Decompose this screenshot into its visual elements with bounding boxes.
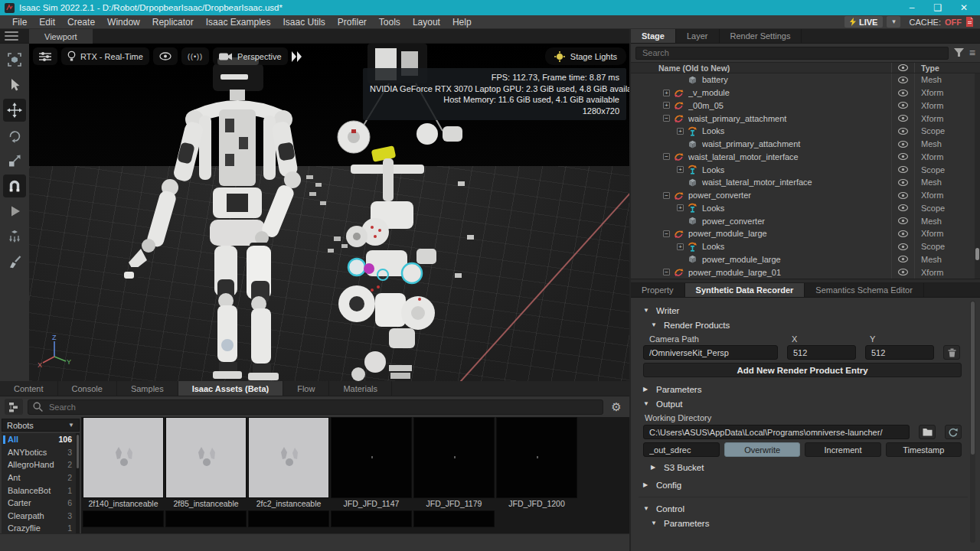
refresh-button[interactable] [945,425,962,439]
asset-thumbnail-image[interactable] [331,417,412,498]
stage-tree-row[interactable]: Looks Scope [631,163,980,176]
assets-tab[interactable]: Samples [117,381,178,396]
stage-tree-row[interactable]: waist_primary_attachment Mesh [631,138,980,151]
stage-tree-row[interactable]: power_converter Xform [631,189,980,202]
stage-tab[interactable]: Render Settings [720,29,802,43]
select-mode-button[interactable] [3,48,26,71]
expand-toolbar-chevrons-icon[interactable] [292,51,302,63]
section-writer[interactable]: ▼Writer [643,303,962,318]
y-input[interactable] [865,345,934,360]
expand-toggle-icon[interactable] [663,115,670,122]
increment-button[interactable]: Increment [805,442,880,457]
asset-thumbnail-partial[interactable] [331,510,412,527]
visibility-eye-icon[interactable] [891,151,914,164]
asset-thumbnail-partial[interactable] [83,510,164,527]
tab-viewport[interactable]: Viewport [29,29,93,44]
output-prefix-input[interactable] [643,442,720,457]
expand-toggle-icon[interactable] [677,204,684,211]
collapse-triangle-icon[interactable]: ▶ [643,386,651,393]
camera-selector-button[interactable]: Perspective [213,47,287,65]
asset-thumbnail-partial[interactable] [248,510,329,527]
renderer-selector-button[interactable]: RTX - Real-Time [61,47,149,65]
collapse-triangle-icon[interactable]: ▼ [643,400,651,407]
visibility-eye-icon[interactable] [891,253,914,266]
tree-view-toggle-button[interactable] [5,399,23,415]
delete-render-product-button[interactable] [943,345,960,360]
stage-tree-row[interactable]: Looks Scope [631,125,980,138]
stage-tree-header[interactable]: Name (Old to New) Type [631,62,980,73]
visibility-eye-icon[interactable] [891,112,914,125]
section-config[interactable]: ▶Config [643,478,962,492]
expand-toggle-icon[interactable] [663,192,670,199]
asset-thumbnail[interactable]: JFD_JFD_1147 [331,417,412,509]
stage-tree-row[interactable]: power_module_large_01 Xform [631,266,980,279]
menu-item[interactable]: Layout [407,15,446,29]
maximize-button[interactable]: ❑ [926,1,949,15]
expand-toggle-icon[interactable] [663,153,670,160]
asset-thumbnail-image[interactable] [248,417,329,498]
filter-funnel-icon[interactable] [954,48,964,57]
property-tab[interactable]: Synthetic Data Recorder [685,283,805,297]
section-control[interactable]: ▼Control [643,501,962,516]
asset-category-item[interactable]: Clearpath 3 [2,510,75,523]
snap-tool-button[interactable] [3,174,26,197]
menu-item[interactable]: Edit [33,15,61,29]
asset-thumbnail[interactable]: 2fc2_instanceable [248,417,329,509]
section-render-products[interactable]: ▼Render Products [643,318,962,332]
collapse-triangle-icon[interactable]: ▼ [651,520,658,527]
stage-tree-row[interactable]: power_module_large Mesh [631,253,980,266]
render-settings-button[interactable] [33,47,57,65]
browse-folder-button[interactable] [919,425,936,439]
stage-options-icon[interactable]: ≡ [969,47,975,58]
expand-toggle-icon[interactable] [677,166,684,173]
menu-item[interactable]: Create [61,15,101,29]
visibility-eye-icon[interactable] [891,138,914,151]
asset-category-item[interactable]: Ant 2 [2,471,75,484]
menu-item[interactable]: Window [101,15,146,29]
add-render-product-button[interactable]: Add New Render Product Entry [643,363,962,377]
menu-item[interactable]: Isaac Utils [276,15,331,29]
live-sync-button[interactable]: LIVE [844,16,883,28]
asset-category-item[interactable]: BalanceBot 1 [2,484,75,497]
assets-search-box[interactable] [28,399,603,415]
visibility-eye-icon[interactable] [891,214,914,227]
stage-tree-row[interactable]: waist_primary_attachment Xform [631,112,980,125]
menu-item[interactable]: Tools [373,15,407,29]
stage-tree-row[interactable]: Looks Scope [631,202,980,215]
asset-thumbnail-image[interactable] [496,417,577,498]
x-input[interactable] [787,345,856,360]
expand-toggle-icon[interactable] [663,90,670,96]
stage-search-input[interactable] [641,47,943,58]
assets-search-input[interactable] [47,402,598,412]
stage-lights-button[interactable]: Stage Lights [545,47,626,65]
visibility-eye-icon[interactable] [891,99,914,112]
stage-tree-row[interactable]: Looks Scope [631,240,980,253]
rotate-tool-button[interactable] [3,124,26,147]
visibility-eye-icon[interactable] [891,73,914,86]
asset-category-item[interactable]: ANYbotics 3 [2,446,75,459]
collapse-triangle-icon[interactable]: ▼ [643,505,651,512]
live-dropdown-button[interactable]: ▾ [887,16,900,28]
section-output[interactable]: ▼Output [643,396,962,411]
dock-menu-icon[interactable] [5,31,21,41]
asset-thumbnail-partial[interactable] [165,510,247,527]
camera-path-input[interactable] [643,345,778,360]
visibility-eye-icon[interactable] [891,202,914,215]
property-tab[interactable]: Property [631,283,685,297]
collapse-triangle-icon[interactable]: ▼ [651,321,658,328]
menu-item[interactable]: Replicator [146,15,200,29]
expand-toggle-icon[interactable] [663,102,670,109]
section-parameters[interactable]: ▶Parameters [643,382,962,396]
stage-search-box[interactable] [635,47,949,60]
asset-thumbnail-image[interactable] [413,417,495,498]
play-button[interactable] [3,200,26,223]
working-directory-input[interactable] [643,425,910,439]
asset-category-item[interactable]: Carter 6 [2,497,75,510]
expand-toggle-icon[interactable] [663,230,670,237]
assets-tab[interactable]: Isaac Assets (Beta) [178,381,283,396]
stage-tree-row[interactable]: _v_module Xform [631,86,980,99]
stage-tab[interactable]: Layer [676,29,720,43]
visibility-eye-icon[interactable] [891,240,914,253]
move-tool-button[interactable] [3,99,26,122]
expand-toggle-icon[interactable] [677,243,684,250]
